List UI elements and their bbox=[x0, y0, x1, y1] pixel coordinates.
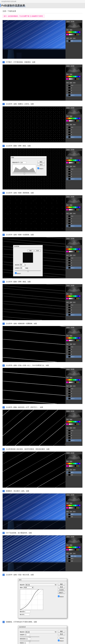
swatch[interactable] bbox=[68, 251, 69, 252]
eye-icon[interactable] bbox=[66, 176, 68, 177]
tab-nav[interactable]: 导航器 bbox=[66, 149, 70, 150]
swatch[interactable] bbox=[73, 505, 75, 506]
swatch[interactable] bbox=[66, 32, 67, 33]
swatch[interactable] bbox=[68, 160, 69, 161]
swatch[interactable] bbox=[70, 382, 72, 383]
swatch[interactable] bbox=[69, 296, 70, 297]
tab-color[interactable]: 颜色 bbox=[66, 246, 69, 248]
eye-icon[interactable] bbox=[66, 260, 68, 261]
tab-channels[interactable]: 通道 bbox=[69, 213, 72, 214]
layer-row[interactable]: RGB bbox=[66, 430, 81, 432]
swatch[interactable] bbox=[70, 296, 72, 297]
swatch[interactable] bbox=[68, 424, 69, 425]
layer-row[interactable]: 红 bbox=[66, 170, 81, 173]
tab-layers[interactable]: 图层 bbox=[66, 213, 69, 214]
layer-row[interactable]: 红 bbox=[66, 348, 81, 350]
swatch[interactable] bbox=[70, 379, 72, 380]
swatch[interactable] bbox=[76, 76, 77, 77]
swatch[interactable] bbox=[73, 507, 75, 508]
swatch[interactable] bbox=[75, 162, 76, 163]
tab-color[interactable]: 颜色 bbox=[66, 460, 69, 462]
swatch[interactable] bbox=[76, 34, 77, 35]
swatch[interactable] bbox=[73, 251, 75, 252]
swatch[interactable] bbox=[73, 547, 75, 548]
tab-color[interactable]: 颜色 bbox=[66, 502, 69, 504]
tab-channels[interactable]: 通道 bbox=[69, 124, 72, 126]
swatch[interactable] bbox=[69, 379, 70, 380]
eye-icon[interactable] bbox=[66, 307, 68, 308]
threshold-slider[interactable]: .slider-track::after{left:48%} bbox=[12, 173, 36, 173]
tab-paths[interactable]: 路径 bbox=[73, 213, 76, 214]
swatch[interactable] bbox=[75, 76, 76, 77]
swatches[interactable] bbox=[66, 546, 82, 552]
eye-icon[interactable] bbox=[66, 393, 68, 394]
tab-color[interactable]: 颜色 bbox=[66, 293, 69, 295]
swatch[interactable] bbox=[69, 76, 70, 77]
swatch[interactable] bbox=[66, 78, 67, 80]
swatch[interactable] bbox=[72, 32, 73, 33]
layer-row[interactable]: RGB bbox=[66, 257, 81, 259]
tab-swatches[interactable]: 色板 bbox=[69, 204, 72, 206]
swatches[interactable] bbox=[66, 504, 82, 510]
cancel-button[interactable]: 取消 bbox=[58, 586, 65, 588]
swatches[interactable] bbox=[66, 31, 82, 36]
layer-row[interactable]: 蓝 bbox=[66, 353, 81, 355]
swatch[interactable] bbox=[78, 505, 79, 506]
tab-paths[interactable]: 路径 bbox=[73, 82, 76, 84]
swatch[interactable] bbox=[79, 34, 80, 35]
swatch[interactable] bbox=[79, 379, 80, 380]
preview-check[interactable] bbox=[15, 272, 17, 274]
swatch[interactable] bbox=[75, 298, 76, 299]
swatch[interactable] bbox=[78, 251, 79, 252]
output-input[interactable] bbox=[25, 611, 30, 613]
tab-layers[interactable]: 图层 bbox=[66, 302, 69, 303]
eye-icon[interactable] bbox=[66, 136, 68, 138]
swatch[interactable] bbox=[66, 337, 67, 338]
eye-icon[interactable] bbox=[66, 356, 68, 357]
tab-swatches[interactable]: 色板 bbox=[69, 116, 72, 117]
layer-row[interactable]: 绿 bbox=[66, 309, 81, 311]
preset-select[interactable]: 默认值 bbox=[25, 631, 57, 633]
tab-nav[interactable]: 导航器 bbox=[66, 65, 70, 67]
swatch[interactable] bbox=[79, 78, 80, 80]
tab-channels[interactable]: 通道 bbox=[69, 344, 72, 345]
swatch[interactable] bbox=[75, 118, 76, 119]
eye-icon[interactable] bbox=[66, 218, 68, 219]
tab-nav[interactable]: 导航器 bbox=[66, 238, 70, 240]
swatch[interactable] bbox=[70, 507, 72, 508]
swatch[interactable] bbox=[70, 34, 72, 35]
swatch[interactable] bbox=[66, 424, 67, 425]
eye-icon[interactable] bbox=[66, 474, 68, 476]
swatch[interactable] bbox=[79, 465, 80, 467]
tab-histogram[interactable]: 直方图 bbox=[70, 238, 74, 240]
swatch[interactable] bbox=[68, 421, 69, 422]
swatch[interactable] bbox=[69, 32, 70, 33]
swatch[interactable] bbox=[79, 160, 80, 161]
eye-icon[interactable] bbox=[66, 126, 68, 128]
swatch[interactable] bbox=[75, 78, 76, 80]
swatch[interactable] bbox=[68, 248, 69, 250]
layer-row[interactable]: 图层 1 拷贝 bbox=[66, 555, 81, 557]
eye-icon[interactable] bbox=[66, 225, 68, 226]
swatch[interactable] bbox=[69, 209, 70, 210]
swatch[interactable] bbox=[69, 162, 70, 163]
swatch[interactable] bbox=[70, 505, 72, 506]
layer-row[interactable]: Alpha 1 bbox=[66, 136, 81, 138]
layers-panel[interactable]: RGB红绿蓝Alpha 1 bbox=[66, 429, 82, 442]
preview-check[interactable] bbox=[37, 168, 39, 169]
swatch[interactable] bbox=[78, 162, 79, 163]
eye-icon[interactable] bbox=[66, 173, 68, 175]
swatch[interactable] bbox=[70, 251, 72, 252]
swatch[interactable] bbox=[79, 296, 80, 297]
swatch[interactable] bbox=[76, 507, 77, 508]
swatch[interactable] bbox=[75, 463, 76, 464]
swatch[interactable] bbox=[75, 160, 76, 161]
swatch[interactable] bbox=[69, 549, 70, 550]
swatch[interactable] bbox=[69, 382, 70, 383]
swatch[interactable] bbox=[69, 547, 70, 548]
angle-dial[interactable] bbox=[25, 264, 25, 266]
tab-color[interactable]: 颜色 bbox=[66, 204, 69, 206]
swatch[interactable] bbox=[70, 421, 72, 422]
swatch[interactable] bbox=[76, 209, 77, 210]
swatch[interactable] bbox=[69, 507, 70, 508]
